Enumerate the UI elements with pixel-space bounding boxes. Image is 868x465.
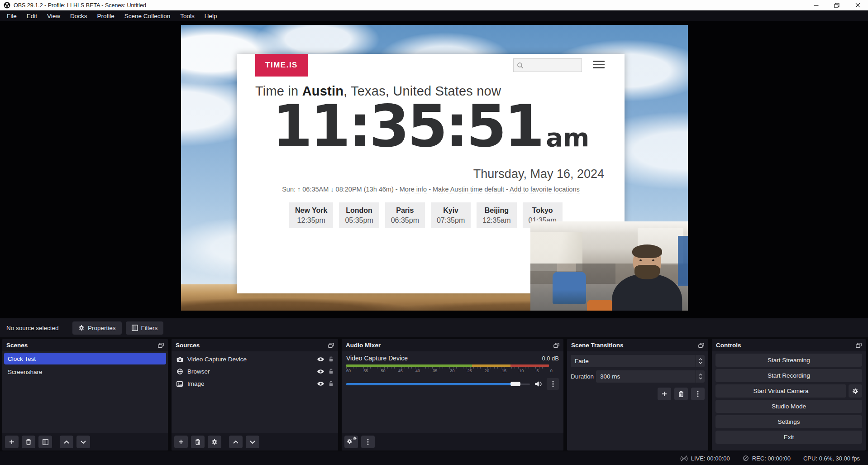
chevron-up-icon [699,358,702,360]
studio-mode-button[interactable]: Studio Mode [715,400,862,413]
transition-select[interactable]: Fade [571,355,705,367]
scenes-panel-header[interactable]: Scenes [2,339,168,351]
scene-item[interactable]: Screenshare [4,366,166,378]
gear-icon [211,439,218,445]
mixer-menu-button[interactable] [361,436,375,448]
source-row[interactable]: Image [172,378,338,390]
meter-tick-label: -20 [483,369,489,373]
move-scene-up-button[interactable] [60,436,73,448]
meter-tick-label: -30 [448,369,454,373]
move-source-down-button[interactable] [246,436,259,448]
speaker-icon[interactable] [534,381,542,387]
duration-spinbox[interactable]: 300 ms [596,370,705,383]
lock-open-icon[interactable] [329,381,334,387]
remove-transition-button[interactable] [674,388,688,400]
city-tile-new-york: New York12:35pm [289,202,333,228]
kebab-icon [552,381,554,387]
popout-icon[interactable] [856,343,862,348]
search-icon [517,62,524,69]
visibility-eye-icon[interactable] [317,381,324,386]
menu-profile[interactable]: Profile [92,10,119,21]
visibility-eye-icon[interactable] [317,357,324,362]
visibility-eye-icon[interactable] [317,369,324,374]
lock-open-icon[interactable] [329,356,334,362]
meter-tick-label: -10 [518,369,524,373]
program-preview[interactable]: TIME.IS Time in Austin, Texas, United St… [181,25,688,311]
hamburger-menu-icon [593,61,605,70]
audio-mixer-header[interactable]: Audio Mixer [342,339,563,351]
sources-panel: Sources Video Capture Device Browser [172,339,338,451]
webcam-overlay[interactable] [530,221,688,311]
sun-info-line: Sun: ↑ 06:35AM ↓ 08:20PM (13h 46m) - Mor… [237,186,625,193]
move-source-up-button[interactable] [229,436,243,448]
minimize-button[interactable] [806,0,826,10]
camera-icon [176,357,183,362]
controls-header[interactable]: Controls [712,339,866,351]
person-hair [632,244,662,258]
add-transition-button[interactable] [658,388,671,400]
restore-button[interactable] [826,0,847,10]
window-title: OBS 29.1.2 - Profile: LLHLS BETA - Scene… [14,2,146,9]
menu-tools[interactable]: Tools [175,10,200,21]
meter-tick-label: -55 [362,369,368,373]
scene-transitions-panel: Scene Transitions Fade Duration 300 ms [567,339,708,451]
source-row[interactable]: Browser [172,365,338,378]
menu-scene-collection[interactable]: Scene Collection [119,10,175,21]
mixer-channel-name: Video Capture Device [346,355,408,362]
mixer-channel-menu-button[interactable] [547,378,559,390]
trash-icon [26,439,31,445]
sun-separator: - [504,186,510,193]
scene-transitions-header[interactable]: Scene Transitions [567,339,708,351]
advanced-audio-properties-button[interactable] [344,436,358,448]
scene-filters-button[interactable] [38,436,52,448]
sources-panel-header[interactable]: Sources [172,339,338,351]
menu-file[interactable]: File [2,10,22,21]
plus-icon [9,439,14,445]
start-recording-button[interactable]: Start Recording [715,369,862,382]
exit-button[interactable]: Exit [715,431,862,444]
popout-icon[interactable] [328,343,334,348]
remove-source-button[interactable] [191,436,205,448]
spinbox-arrows[interactable] [696,370,705,383]
start-virtual-camera-button[interactable]: Start Virtual Camera [715,384,846,398]
popout-icon[interactable] [698,343,704,348]
audio-mixer-panel: Audio Mixer Video Capture Device 0.0 dB … [342,339,563,451]
source-toolbar: No source selected Properties Filters [0,318,868,337]
menu-edit[interactable]: Edit [22,10,42,21]
source-properties-button[interactable] [208,436,221,448]
menu-view[interactable]: View [42,10,65,21]
properties-button[interactable]: Properties [72,321,122,335]
settings-button[interactable]: Settings [715,415,862,428]
kebab-icon [697,391,699,397]
scene-item[interactable]: Clock Test [4,353,166,364]
plus-icon [178,439,184,445]
filters-button[interactable]: Filters [126,321,164,335]
start-streaming-button[interactable]: Start Streaming [715,354,862,367]
source-row[interactable]: Video Capture Device [172,353,338,365]
close-button[interactable] [847,0,868,10]
image-icon [176,381,183,387]
transition-properties-button[interactable] [691,388,705,400]
controls-panel: Controls Start Streaming Start Recording… [712,339,866,451]
volume-slider[interactable] [346,381,530,387]
menu-docks[interactable]: Docks [65,10,92,21]
move-scene-down-button[interactable] [76,436,90,448]
chevron-down-icon [81,441,86,444]
sun-info-text: Sun: ↑ 06:35AM ↓ 08:20PM (13h 46m) - [282,186,400,193]
lock-open-icon[interactable] [329,369,334,374]
clock-ampm: am [546,123,589,152]
add-scene-button[interactable] [5,436,19,448]
person-head [633,246,661,278]
filter-icon [132,325,138,331]
preview-canvas[interactable]: TIME.IS Time in Austin, Texas, United St… [0,21,868,318]
popout-icon[interactable] [553,343,559,348]
person-hoodie [612,274,682,311]
add-source-button[interactable] [174,436,188,448]
scenes-panel: Scenes Clock Test Screenshare [2,339,168,451]
volume-handle[interactable] [510,382,520,386]
popout-icon[interactable] [158,343,164,348]
menu-help[interactable]: Help [200,10,222,21]
virtual-camera-settings-button[interactable] [849,384,862,398]
remove-scene-button[interactable] [22,436,35,448]
link-add-favorite: Add to favorite locations [510,186,580,193]
